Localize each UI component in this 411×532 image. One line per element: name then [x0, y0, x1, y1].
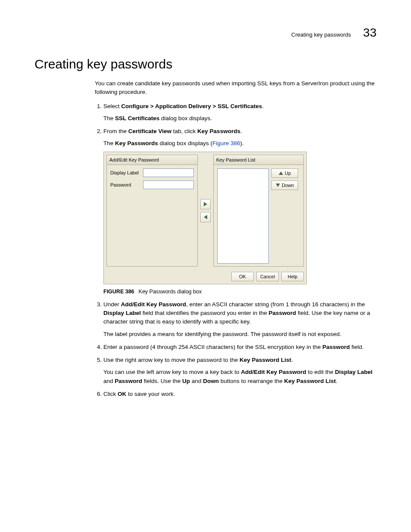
text: dialog box displays. [159, 115, 212, 121]
figure-link[interactable]: Figure 386 [212, 140, 240, 146]
chapter-number: 33 [363, 26, 377, 40]
button-name: Up [182, 378, 190, 384]
intro-paragraph: You can create candidate key passwords u… [95, 79, 377, 97]
text: fields. Use the [142, 378, 182, 384]
step-1: Select Configure > Application Delivery … [103, 102, 377, 123]
text: Click [103, 391, 118, 397]
cancel-button[interactable]: Cancel [256, 272, 279, 281]
chevron-right-icon [204, 202, 207, 206]
text: . [240, 128, 242, 134]
text: dialog box displays ( [158, 140, 212, 146]
svg-marker-2 [279, 171, 283, 175]
button-name: OK [118, 391, 126, 397]
menu-path: Configure > Application Delivery > SSL C… [121, 103, 262, 109]
page: { "header": { "title": "Creating key pas… [0, 0, 411, 532]
text: buttons to rearrange the [219, 378, 284, 384]
up-button[interactable]: Up [271, 168, 298, 178]
procedure-list: Select Configure > Application Delivery … [95, 102, 377, 399]
text: From the [103, 128, 128, 134]
step-3: Under Add/Edit Key Password, enter an AS… [103, 300, 377, 339]
password-label: Password [110, 181, 140, 189]
triangle-down-icon [276, 184, 280, 187]
step-4: Enter a password (4 through 254 ASCII ch… [103, 343, 377, 352]
key-password-list-panel: Key Password List Up [213, 155, 304, 267]
key-password-list-title: Key Password List [213, 155, 304, 165]
add-edit-panel: Add/Edit Key Password Display Label Pass… [106, 155, 198, 267]
button-name: Key Passwords [197, 128, 240, 134]
field-name: Password [268, 310, 296, 316]
svg-marker-1 [204, 215, 207, 219]
step-5: Use the right arrow key to move the pass… [103, 356, 377, 386]
field-name: Password [115, 378, 142, 384]
field-name: Display Label [335, 369, 373, 375]
text: . [291, 357, 293, 363]
text: The [103, 140, 115, 146]
text: The [103, 115, 115, 121]
list-name: Key Password List [284, 378, 336, 384]
help-button-label: Help [288, 273, 298, 280]
list-name: Key Password List [240, 357, 291, 363]
text: field. [350, 344, 364, 350]
page-title: Creating key passwords [34, 57, 377, 72]
transfer-buttons [200, 155, 211, 267]
figure-386: Add/Edit Key Password Display Label Pass… [103, 152, 377, 296]
display-label-label: Display Label [110, 169, 140, 177]
figure-caption: FIGURE 386Key Passwords dialog box [103, 288, 377, 296]
button-name: Down [203, 378, 219, 384]
add-edit-panel-title: Add/Edit Key Password [106, 155, 198, 165]
text: Under [103, 301, 121, 308]
step-2-result: The Key Passwords dialog box displays (F… [103, 139, 377, 148]
up-button-label: Up [285, 170, 291, 177]
chevron-left-icon [204, 215, 207, 219]
text: . [262, 103, 264, 109]
text: and [190, 378, 203, 384]
triangle-up-icon [279, 171, 283, 175]
step-2: From the Certificate View tab, click Key… [103, 127, 377, 296]
text: Select [103, 103, 121, 109]
step-3-note: The label provides a means for identifyi… [103, 330, 377, 339]
text: field that identifies the password you e… [141, 310, 268, 316]
step-5-note: You can use the left arrow key to move a… [103, 368, 377, 386]
move-right-button[interactable] [200, 199, 211, 209]
svg-marker-0 [204, 202, 207, 206]
text: and [103, 378, 115, 384]
step-6: Click OK to save your work. [103, 390, 377, 398]
move-left-button[interactable] [200, 212, 211, 222]
display-label-input[interactable] [143, 168, 194, 177]
ok-button[interactable]: OK [231, 272, 254, 281]
svg-marker-3 [276, 184, 280, 187]
text: . [336, 378, 338, 384]
cancel-button-label: Cancel [260, 273, 275, 280]
help-button[interactable]: Help [281, 272, 304, 281]
dialog-name: Key Passwords [115, 140, 158, 146]
down-button-label: Down [282, 182, 294, 189]
step-1-result: The SSL Certificates dialog box displays… [103, 114, 377, 123]
down-button[interactable]: Down [271, 180, 298, 190]
figure-number: FIGURE 386 [103, 289, 134, 295]
body: You can create candidate key passwords u… [95, 79, 377, 398]
running-header: Creating key passwords 33 [34, 26, 377, 40]
field-name: Display Label [103, 310, 141, 316]
figure-caption-text: Key Passwords dialog box [139, 289, 202, 295]
panel-name: Add/Edit Key Password [241, 369, 306, 375]
panel-name: Add/Edit Key Password [121, 301, 187, 308]
text: You can use the left arrow key to move a… [103, 369, 241, 375]
dialog-footer: OK Cancel Help [104, 269, 306, 284]
text: Enter a password (4 through 254 ASCII ch… [103, 344, 322, 350]
text: Use the right arrow key to move the pass… [103, 357, 240, 363]
text: tab, click [171, 128, 197, 134]
key-password-listbox[interactable] [217, 168, 269, 264]
tab-name: Certificate View [128, 128, 171, 134]
ok-button-label: OK [239, 273, 246, 280]
text: to save your work. [126, 391, 175, 397]
text: , enter an ASCII character string (from … [186, 301, 365, 308]
field-name: Password [322, 344, 350, 350]
password-input[interactable] [143, 180, 194, 189]
dialog-name: SSL Certificates [115, 115, 159, 121]
text: ). [240, 140, 243, 146]
text: to edit the [306, 369, 335, 375]
key-passwords-dialog: Add/Edit Key Password Display Label Pass… [103, 152, 307, 285]
running-header-title: Creating key passwords [291, 31, 351, 38]
